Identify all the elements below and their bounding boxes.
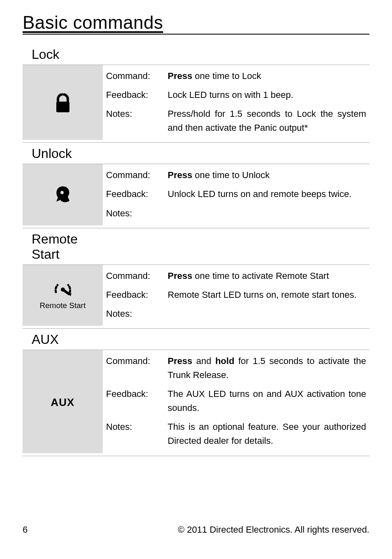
svg-rect-0	[56, 102, 69, 112]
divider	[23, 142, 369, 143]
feedback-label: Feedback:	[103, 185, 164, 204]
lock-table: Command: Press one time to Lock Feedback…	[23, 65, 369, 140]
command-label: Command:	[103, 350, 164, 385]
aux-icon: AUX	[26, 394, 99, 411]
unlock-table: Command: Press one time to Unlock Feedba…	[23, 164, 369, 225]
section-heading-remote-start: Remote Start	[32, 232, 97, 262]
unlock-feedback-text: Unlock LED turns on and remote beeps twi…	[164, 185, 369, 204]
unlock-icon	[26, 185, 99, 206]
lock-icon	[26, 93, 99, 113]
command-label: Command:	[103, 65, 164, 86]
remote-start-notes-text	[164, 304, 369, 326]
unlock-notes-text	[164, 204, 369, 225]
feedback-label: Feedback:	[103, 285, 164, 304]
svg-point-1	[60, 191, 64, 194]
notes-label: Notes:	[103, 204, 164, 225]
page-number: 6	[23, 524, 28, 535]
section-heading-aux: AUX	[32, 332, 369, 347]
copyright-text: © 2011 Directed Electronics. All rights …	[178, 524, 369, 535]
divider	[23, 456, 369, 456]
command-label: Command:	[103, 164, 164, 185]
remote-start-feedback-text: Remote Start LED turns on, remote start …	[164, 285, 369, 304]
remote-start-command-text: Press one time to activate Remote Start	[164, 265, 369, 285]
section-heading-unlock: Unlock	[32, 146, 369, 161]
lock-notes-text: Press/hold for 1.5 seconds to Lock the s…	[164, 104, 369, 140]
unlock-command-text: Press one time to Unlock	[164, 164, 369, 185]
section-heading-lock: Lock	[32, 47, 369, 62]
page-footer: 6 © 2011 Directed Electronics. All right…	[23, 524, 369, 535]
remote-start-table: Remote Start Command: Press one time to …	[23, 265, 369, 326]
divider	[23, 228, 369, 228]
command-label: Command:	[103, 265, 164, 285]
notes-label: Notes:	[103, 418, 164, 453]
page-title: Basic commands	[23, 12, 369, 35]
aux-table: AUX Command: Press and hold for 1.5 seco…	[23, 350, 369, 453]
feedback-label: Feedback:	[103, 385, 164, 418]
remote-start-icon: Remote Start	[26, 281, 99, 311]
remote-start-caption: Remote Start	[40, 299, 86, 311]
notes-label: Notes:	[103, 104, 164, 140]
aux-notes-text: This is an optional feature. See your au…	[164, 418, 369, 453]
aux-feedback-text: The AUX LED turns on and AUX activation …	[164, 385, 369, 418]
notes-label: Notes:	[103, 304, 164, 326]
lock-feedback-text: Lock LED turns on with 1 beep.	[164, 86, 369, 104]
divider	[23, 328, 369, 329]
aux-command-text: Press and hold for 1.5 seconds to activa…	[164, 350, 369, 385]
lock-command-text: Press one time to Lock	[164, 65, 369, 86]
feedback-label: Feedback:	[103, 86, 164, 104]
